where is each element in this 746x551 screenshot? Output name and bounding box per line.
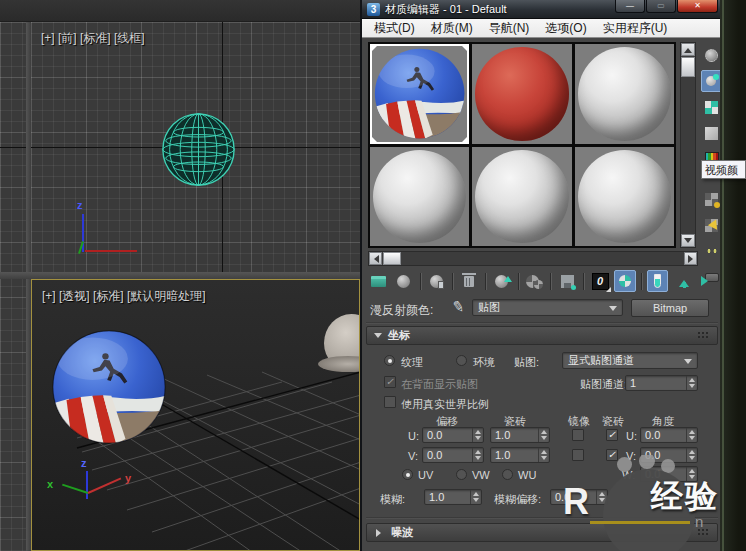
left-viewport-partial[interactable] bbox=[0, 22, 26, 551]
make-material-copy-icon[interactable] bbox=[491, 270, 513, 292]
assign-material-to-selection-icon[interactable] bbox=[425, 270, 447, 292]
minimize-button[interactable]: — bbox=[615, 0, 645, 13]
selection-corner bbox=[370, 135, 379, 144]
maximize-button[interactable]: ▭ bbox=[646, 0, 676, 13]
viewport-front[interactable]: [+] [前] [标准] [线框] z bbox=[31, 22, 360, 272]
material-id-channel-icon[interactable]: 0 bbox=[589, 270, 611, 292]
put-to-library-icon[interactable] bbox=[556, 270, 578, 292]
beachball-sphere[interactable] bbox=[50, 328, 168, 446]
rollout-grip-icon[interactable] bbox=[697, 331, 710, 340]
map-type-dropdown[interactable]: 贴图 bbox=[472, 299, 623, 316]
sample-type-icon[interactable] bbox=[701, 44, 722, 66]
background-icon[interactable] bbox=[701, 96, 722, 118]
material-slot-3[interactable] bbox=[575, 44, 674, 144]
viewport-front-label[interactable]: [+] [前] [标准] [线框] bbox=[41, 30, 145, 47]
material-slot-2[interactable] bbox=[472, 44, 571, 144]
grid-origin-line-horizontal bbox=[0, 147, 26, 148]
spinner-arrows[interactable] bbox=[470, 490, 481, 504]
blur-offset-spinner[interactable]: 0.0 bbox=[550, 489, 608, 505]
material-slot-4[interactable] bbox=[370, 147, 469, 247]
menu-options[interactable]: 选项(O) bbox=[537, 20, 594, 37]
uv-radio-label: UV bbox=[418, 469, 433, 481]
put-material-to-scene-icon[interactable] bbox=[393, 270, 415, 292]
scroll-up-button[interactable] bbox=[681, 43, 695, 56]
v-offset-spinner[interactable]: 0.0 bbox=[422, 447, 484, 463]
sample-uv-tiling-icon[interactable] bbox=[701, 122, 722, 144]
v-angle-spinner[interactable]: 0.0 bbox=[640, 447, 698, 463]
spinner-arrows[interactable] bbox=[472, 428, 483, 442]
spinner-arrows[interactable] bbox=[686, 467, 697, 481]
go-to-parent-icon[interactable] bbox=[671, 270, 693, 292]
blur-label: 模糊: bbox=[380, 492, 405, 507]
v-mirror-checkbox[interactable] bbox=[572, 449, 584, 461]
bitmap-button[interactable]: Bitmap bbox=[631, 299, 709, 317]
show-map-on-back-checkbox[interactable]: ✓ bbox=[384, 376, 396, 388]
v-tile-checkbox[interactable]: ✓ bbox=[606, 449, 618, 461]
tag-glyph bbox=[438, 281, 444, 289]
map-channel-spinner[interactable]: 1 bbox=[625, 375, 698, 391]
menu-mode[interactable]: 模式(D) bbox=[366, 20, 423, 37]
v-tiling-spinner[interactable]: 1.0 bbox=[490, 447, 550, 463]
scroll-left-button[interactable] bbox=[369, 252, 382, 265]
spinner-arrows[interactable] bbox=[538, 428, 549, 442]
viewport-perspective-label[interactable]: [+] [透视] [标准] [默认明暗处理] bbox=[42, 288, 206, 305]
coordinates-rollout-header[interactable]: 坐标 bbox=[366, 326, 718, 345]
spinner-arrows[interactable] bbox=[686, 428, 697, 442]
scroll-down-button[interactable] bbox=[681, 234, 695, 247]
spinner-arrows[interactable] bbox=[538, 448, 549, 462]
menu-utilities[interactable]: 实用程序(U) bbox=[595, 20, 676, 37]
axis-z-label: z bbox=[77, 199, 83, 211]
select-by-material-icon[interactable] bbox=[701, 214, 722, 236]
spinner-arrows[interactable] bbox=[686, 376, 697, 390]
make-unique-icon[interactable] bbox=[524, 270, 546, 292]
u-mirror-checkbox[interactable] bbox=[572, 429, 584, 441]
uv-radio[interactable] bbox=[402, 469, 413, 480]
spinner-arrows[interactable] bbox=[472, 448, 483, 462]
environment-radio[interactable] bbox=[456, 355, 467, 366]
reset-map-icon[interactable] bbox=[458, 270, 480, 292]
slots-horizontal-scrollbar[interactable] bbox=[368, 251, 698, 266]
spinner-arrows[interactable] bbox=[596, 490, 607, 504]
material-slot-5[interactable] bbox=[472, 147, 571, 247]
scroll-thumb[interactable] bbox=[681, 57, 695, 77]
rollout-grip-icon[interactable] bbox=[697, 528, 710, 537]
screen: [+] [前] [标准] [线框] z bbox=[0, 0, 746, 551]
close-button[interactable]: ✕ bbox=[677, 0, 718, 13]
generate-preview-icon[interactable] bbox=[701, 188, 722, 210]
checker-sphere-glyph bbox=[534, 280, 543, 289]
scroll-right-button[interactable] bbox=[684, 252, 697, 265]
u-tile-checkbox[interactable]: ✓ bbox=[606, 429, 618, 441]
use-real-world-scale-checkbox[interactable] bbox=[384, 396, 396, 408]
go-forward-to-sibling-icon[interactable] bbox=[696, 270, 718, 292]
eyedropper-icon[interactable]: ✎ bbox=[451, 297, 467, 317]
material-slot-1-selected[interactable] bbox=[370, 44, 469, 144]
vw-radio[interactable] bbox=[456, 469, 467, 480]
noise-rollout-header[interactable]: 噪波 bbox=[366, 523, 718, 542]
wireframe-sphere[interactable] bbox=[160, 111, 237, 188]
spinner-arrows[interactable] bbox=[686, 448, 697, 462]
show-end-result-icon[interactable] bbox=[647, 270, 669, 292]
slots-vertical-scrollbar[interactable] bbox=[680, 42, 696, 248]
viewport-perspective[interactable]: [+] [透视] [标准] [默认明暗处理] z x y bbox=[31, 279, 360, 551]
main-toolbar-strip bbox=[0, 0, 360, 22]
wu-radio[interactable] bbox=[502, 469, 513, 480]
w-angle-spinner[interactable]: 0.0 bbox=[640, 466, 698, 482]
mapping-mode-dropdown[interactable]: 显式贴图通道 bbox=[562, 352, 698, 369]
scroll-thumb[interactable] bbox=[383, 252, 401, 265]
viewport-splitter-horizontal[interactable] bbox=[0, 272, 360, 279]
menu-material[interactable]: 材质(M) bbox=[423, 20, 481, 37]
v-angle-label: V: bbox=[626, 450, 636, 462]
menu-navigation[interactable]: 导航(N) bbox=[481, 20, 538, 37]
gray-material-preview bbox=[373, 150, 466, 244]
arrow-stem-glyph bbox=[683, 282, 686, 288]
u-tiling-spinner[interactable]: 1.0 bbox=[490, 427, 550, 443]
u-offset-spinner[interactable]: 0.0 bbox=[422, 427, 484, 443]
texture-radio[interactable] bbox=[384, 355, 395, 366]
material-slot-6[interactable] bbox=[575, 147, 674, 247]
options-icon[interactable] bbox=[701, 240, 722, 262]
blur-spinner[interactable]: 1.0 bbox=[424, 489, 482, 505]
u-angle-spinner[interactable]: 0.0 bbox=[640, 427, 698, 443]
check-icon: ✓ bbox=[608, 430, 616, 440]
get-material-icon[interactable] bbox=[368, 270, 390, 292]
show-map-in-viewport-icon[interactable] bbox=[614, 270, 636, 292]
